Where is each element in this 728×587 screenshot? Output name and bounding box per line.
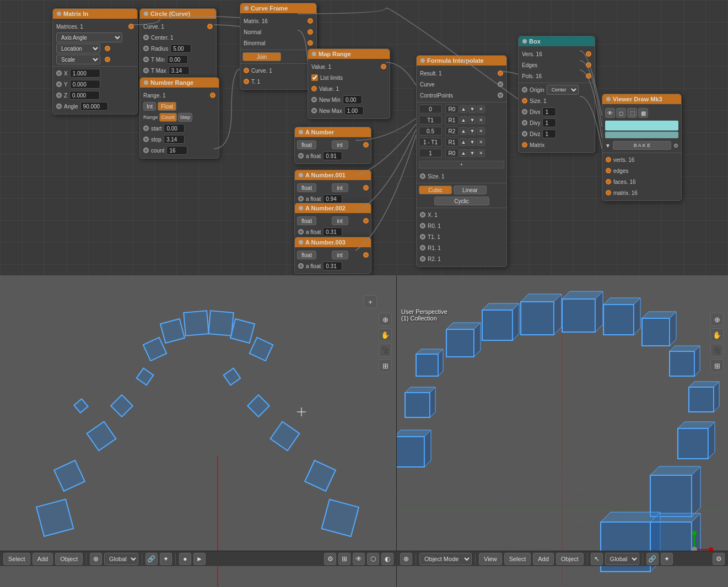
view-icon-btn-l[interactable]: 👁: [353, 553, 365, 565]
dot-icon-btn[interactable]: ●: [179, 553, 191, 565]
zoom-in-btn[interactable]: +: [364, 295, 377, 308]
fi-row3-up[interactable]: ▲: [460, 138, 467, 146]
int-btn[interactable]: Int: [143, 102, 156, 111]
location-dropdown[interactable]: Location: [56, 44, 100, 53]
fi-row2-down[interactable]: ▼: [468, 127, 476, 135]
float-btn-1[interactable]: float: [297, 183, 316, 192]
float-btn-0[interactable]: float: [297, 140, 316, 149]
int-btn-0[interactable]: int: [332, 140, 348, 149]
vd-icon4[interactable]: ▦: [638, 108, 648, 118]
cubic-btn[interactable]: Cubic: [419, 186, 452, 194]
right-pan-btn[interactable]: ✋: [710, 328, 724, 341]
float-btn-2[interactable]: float: [297, 216, 316, 225]
arrow-icon-btn[interactable]: ►: [193, 553, 206, 565]
x-input[interactable]: [70, 69, 100, 78]
newmin-input[interactable]: [343, 95, 362, 104]
right-cursor-btn[interactable]: ⊕: [400, 553, 412, 565]
step-btn[interactable]: Step: [178, 113, 193, 122]
gear-icon-btn-l[interactable]: ⚙: [324, 553, 336, 565]
sep5: [475, 553, 476, 564]
right-add-btn[interactable]: Add: [533, 553, 554, 565]
left-select-btn[interactable]: Select: [3, 553, 30, 565]
left-global-dropdown[interactable]: Global: [104, 553, 138, 565]
join-btn[interactable]: Join: [242, 52, 281, 61]
fi-row1-del[interactable]: ✕: [477, 116, 485, 124]
layers-icon-btn[interactable]: ⊞: [338, 553, 350, 565]
fi-row2-up[interactable]: ▲: [460, 127, 467, 135]
fi-row4-down[interactable]: ▼: [468, 149, 476, 157]
right-view-btn[interactable]: View: [479, 553, 502, 565]
socket-matrix16-out: [308, 18, 313, 24]
svg-rect-8: [54, 460, 85, 491]
origin-dropdown[interactable]: Center: [547, 85, 579, 95]
bake-btn[interactable]: B A K E: [613, 141, 671, 150]
cursor-icon-btn[interactable]: ⊕: [90, 553, 102, 565]
fi-row3-down[interactable]: ▼: [468, 138, 476, 146]
float-btn[interactable]: Float: [158, 102, 176, 111]
fi-row2-del[interactable]: ✕: [477, 127, 485, 135]
divx-input[interactable]: [542, 107, 556, 116]
start-input[interactable]: [164, 124, 185, 133]
fi-row3-del[interactable]: ✕: [477, 138, 485, 146]
shading-icon-btn[interactable]: ◐: [381, 553, 393, 565]
right-object-btn[interactable]: Object: [556, 553, 584, 565]
divz-input[interactable]: [542, 129, 556, 138]
count-btn[interactable]: Count: [159, 113, 177, 122]
float-btn-3[interactable]: float: [297, 251, 316, 259]
scale-dropdown[interactable]: Scale: [56, 55, 100, 64]
magnet-icon-btn[interactable]: ✦: [160, 553, 172, 565]
axis-angle-dropdown[interactable]: Axis Angle: [56, 32, 122, 42]
display-icon-btn[interactable]: ⬡: [367, 553, 379, 565]
formula-interpolate-header: Formula Interpolate: [417, 56, 506, 66]
divy-input[interactable]: [542, 118, 556, 127]
vd-icon2[interactable]: ◻: [616, 108, 626, 118]
int-btn-3[interactable]: int: [332, 251, 348, 259]
right-grid-btn[interactable]: ⊞: [710, 359, 724, 372]
vd-icon1[interactable]: 👁: [605, 108, 615, 118]
linear-btn[interactable]: Linear: [454, 186, 487, 194]
newmax-input[interactable]: [344, 106, 364, 115]
fi-row0-up[interactable]: ▲: [460, 105, 467, 113]
right-global-dropdown[interactable]: Global: [605, 553, 639, 565]
right-cursor-icon[interactable]: ↖: [591, 553, 603, 565]
camera-btn[interactable]: 🎥: [379, 344, 392, 357]
cyclic-btn[interactable]: Cyclic: [434, 197, 489, 205]
afloat-input[interactable]: [323, 151, 342, 160]
left-add-btn[interactable]: Add: [33, 553, 53, 565]
radius-input[interactable]: [170, 44, 191, 53]
fi-row0-down[interactable]: ▼: [468, 105, 476, 113]
add-row-btn[interactable]: +: [419, 161, 504, 169]
left-object-btn[interactable]: Object: [55, 553, 83, 565]
z-input[interactable]: [69, 91, 100, 100]
int-btn-2[interactable]: int: [332, 216, 348, 225]
zoom-to-fit-btn[interactable]: ⊕: [379, 313, 392, 326]
fi-row1-down[interactable]: ▼: [468, 116, 476, 124]
fi-row0-del[interactable]: ✕: [477, 105, 485, 113]
stop-input[interactable]: [164, 135, 185, 144]
fi-row4-del[interactable]: ✕: [477, 149, 485, 157]
tmin-input[interactable]: [167, 55, 188, 64]
afloat003-input[interactable]: [323, 262, 342, 270]
count-input[interactable]: [166, 146, 187, 155]
pan-btn[interactable]: ✋: [379, 328, 392, 341]
right-select-btn[interactable]: Select: [504, 553, 531, 565]
link-icon-btn[interactable]: 🔗: [145, 553, 158, 565]
fi-row1-up[interactable]: ▲: [460, 116, 467, 124]
vd-icon3[interactable]: ⬚: [627, 108, 637, 118]
grid-toggle-btn[interactable]: ⊞: [379, 359, 392, 372]
angle-input[interactable]: [80, 102, 108, 111]
fi-row4-up[interactable]: ▲: [460, 149, 467, 157]
list-limits-check[interactable]: [311, 74, 318, 81]
int-btn-1[interactable]: int: [332, 183, 348, 192]
right-link-icon[interactable]: 🔗: [646, 553, 659, 565]
socket-afloat002-in: [298, 229, 304, 235]
right-zoom-btn[interactable]: ⊕: [710, 313, 724, 326]
tmax-input[interactable]: [169, 66, 190, 75]
right-camera-btn[interactable]: 🎥: [710, 344, 724, 357]
gear-icon-btn-r[interactable]: ⚙: [713, 553, 725, 565]
right-magnet-icon[interactable]: ✦: [661, 553, 673, 565]
y-input[interactable]: [70, 80, 100, 89]
afloat002-input[interactable]: [323, 227, 342, 236]
afloat001-input[interactable]: [323, 194, 342, 203]
object-mode-dropdown[interactable]: Object Mode: [419, 553, 472, 565]
